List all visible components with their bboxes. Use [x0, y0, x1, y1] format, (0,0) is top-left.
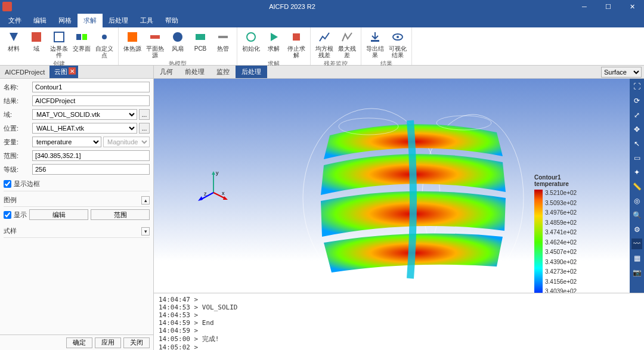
view-tab-monitor[interactable]: 监控 — [210, 66, 236, 78]
menu-edit[interactable]: 编辑 — [27, 14, 52, 27]
export-icon — [368, 30, 382, 44]
domain-browse-button[interactable]: ... — [139, 109, 150, 120]
axis-gizmo[interactable]: y z x — [196, 169, 231, 205]
variable-label: 变量: — [4, 138, 32, 147]
ruler-icon[interactable]: 📏 — [631, 181, 642, 192]
flask-icon — [7, 30, 21, 44]
ribbon-interface[interactable]: 交界面 — [72, 30, 92, 58]
svg-rect-5 — [128, 32, 137, 42]
ok-button[interactable]: 确定 — [66, 337, 92, 348]
location-label: 位置: — [4, 124, 32, 133]
menu-mesh[interactable]: 网格 — [52, 14, 78, 27]
menu-solve[interactable]: 求解 — [78, 14, 103, 27]
pan-icon[interactable]: ✥ — [631, 124, 642, 135]
ribbon-export[interactable]: 导出结果 — [365, 30, 385, 58]
range-legend-button[interactable]: 范围 — [91, 209, 150, 220]
view-tab-postprocess[interactable]: 后处理 — [236, 66, 267, 78]
svg-rect-3 — [82, 34, 87, 40]
heat-cube-icon — [125, 30, 140, 44]
chart-icon — [317, 30, 332, 44]
cursor-icon[interactable]: ↖ — [631, 138, 642, 149]
camera-icon[interactable]: 📷 — [631, 267, 642, 278]
maximize-button[interactable]: ☐ — [596, 0, 620, 13]
menu-tools[interactable]: 工具 — [134, 14, 159, 27]
svg-text:y: y — [216, 170, 219, 176]
close-tab-icon[interactable]: ✕ — [69, 67, 76, 75]
viewport[interactable]: y z x Contour1temperature 3.5210e+023.50… — [154, 79, 630, 293]
ribbon-max-residual[interactable]: 最大残差 — [337, 30, 357, 58]
show-edges-checkbox[interactable] — [4, 180, 11, 188]
ribbon-boundary[interactable]: 边界条件 — [49, 30, 69, 58]
ribbon-custom-point[interactable]: 自定义点 — [94, 30, 114, 58]
name-input[interactable] — [32, 82, 150, 92]
svg-marker-23 — [198, 196, 203, 201]
console[interactable]: 14:04:47 > 14:04:53 > VOL_SOLID 14:04:53… — [154, 293, 644, 350]
ribbon-vol-heat[interactable]: 体热源 — [122, 30, 143, 58]
select-icon[interactable]: ▭ — [631, 153, 642, 163]
name-label: 名称: — [4, 83, 32, 92]
ribbon-fan[interactable]: 风扇 — [168, 30, 188, 58]
levels-label: 等级: — [4, 165, 32, 174]
pcb-icon — [193, 30, 208, 44]
expand-style-icon[interactable]: ▾ — [141, 227, 150, 236]
edit-legend-button[interactable]: 编辑 — [29, 209, 88, 220]
domain-label: 域: — [4, 110, 32, 119]
location-browse-button[interactable]: ... — [139, 123, 150, 134]
ribbon-pcb[interactable]: PCB — [190, 30, 210, 58]
boundary-icon — [52, 30, 66, 44]
svg-rect-6 — [150, 35, 160, 39]
levels-input[interactable] — [32, 164, 150, 175]
eye-icon — [391, 30, 405, 44]
point-icon — [97, 30, 112, 44]
ribbon-domain[interactable]: 域 — [26, 30, 47, 58]
surface-select[interactable]: Surface — [601, 67, 642, 78]
apply-button[interactable]: 应用 — [95, 337, 121, 348]
tree-tab-project[interactable]: AICFDProject — [0, 67, 49, 78]
menu-help[interactable]: 帮助 — [159, 14, 184, 27]
domain-select[interactable]: MAT_VOL_SOLID.vtk — [32, 109, 137, 120]
axis-icon[interactable]: ✦ — [631, 167, 642, 178]
chart-max-icon — [340, 30, 354, 44]
minimize-button[interactable]: ─ — [572, 0, 596, 13]
ribbon-surf-heat[interactable]: 平面热源 — [145, 30, 165, 58]
menu-file[interactable]: 文件 — [2, 14, 27, 27]
svg-marker-20 — [212, 171, 215, 175]
view-tab-geometry[interactable]: 几何 — [154, 66, 179, 78]
range-input[interactable] — [32, 150, 150, 161]
rotate-icon[interactable]: ⤢ — [631, 110, 642, 120]
target-icon[interactable]: ◎ — [631, 196, 642, 206]
location-select[interactable]: WALL_HEAT.vtk — [32, 123, 137, 134]
fit-view-icon[interactable]: ⛶ — [631, 81, 642, 92]
pulse-icon[interactable]: 〰 — [631, 239, 642, 249]
ribbon-initialize[interactable]: 初始化 — [241, 30, 261, 58]
view-tab-preprocess[interactable]: 前处理 — [179, 66, 210, 78]
ribbon-rms-residual[interactable]: 均方根残差 — [314, 30, 335, 58]
collapse-legend-icon[interactable]: ▴ — [141, 196, 150, 205]
svg-point-4 — [102, 35, 107, 39]
close-panel-button[interactable]: 关闭 — [123, 337, 150, 348]
ribbon-solve[interactable]: 求解 — [264, 30, 284, 58]
grid-icon[interactable]: ▦ — [631, 253, 642, 264]
ribbon-material[interactable]: 材料 — [4, 30, 24, 58]
variable-select[interactable]: temperature — [32, 137, 101, 147]
properties-panel: 名称: 结果: 域:MAT_VOL_SOLID.vtk... 位置:WALL_H… — [0, 79, 153, 334]
show-legend-checkbox[interactable] — [4, 211, 11, 219]
show-edges-label: 显示边框 — [14, 179, 40, 188]
svg-rect-9 — [218, 36, 228, 38]
legend-gradient — [534, 190, 543, 293]
magnitude-select[interactable]: Magnitude — [103, 137, 150, 147]
result-input[interactable] — [32, 95, 150, 106]
close-button[interactable]: ✕ — [620, 0, 644, 13]
refresh-icon[interactable]: ⟳ — [631, 95, 642, 106]
fan-icon — [171, 30, 185, 44]
range-label: 范围: — [4, 151, 32, 160]
ribbon-stop[interactable]: 停止求解 — [286, 30, 306, 58]
svg-rect-11 — [293, 33, 300, 41]
tree-tab-contour[interactable]: 云图✕ — [49, 66, 78, 78]
zoom-icon[interactable]: 🔍 — [631, 210, 642, 221]
menu-postprocess[interactable]: 后处理 — [103, 14, 134, 27]
settings-icon[interactable]: ⚙ — [631, 224, 642, 235]
ribbon-visualize[interactable]: 可视化结果 — [388, 30, 408, 58]
svg-rect-12 — [371, 40, 379, 42]
ribbon-heatpipe[interactable]: 热管 — [213, 30, 233, 58]
